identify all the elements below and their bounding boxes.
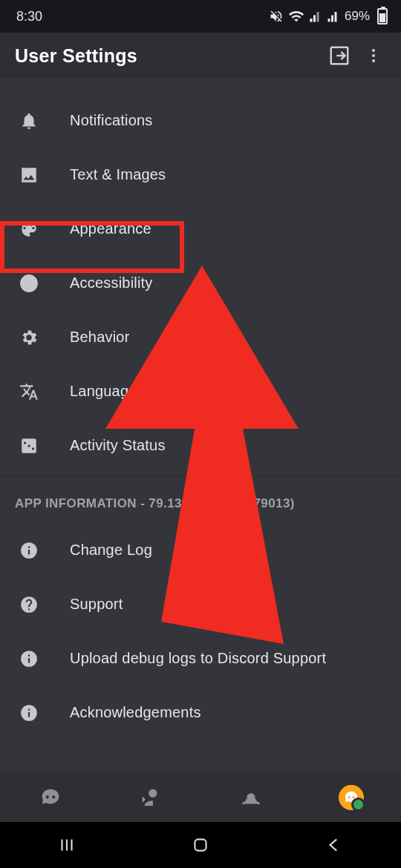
svg-point-1	[372, 49, 375, 52]
signal-2-icon	[327, 10, 340, 23]
sidebar-item-activity-status[interactable]: Activity Status	[0, 418, 401, 473]
sidebar-item-acknowledgements[interactable]: Acknowledgements	[0, 685, 401, 740]
nav-recents[interactable]	[22, 835, 111, 855]
info-icon	[15, 541, 43, 560]
row-label: Upload debug logs to Discord Support	[70, 650, 326, 667]
svg-rect-8	[195, 839, 206, 850]
more-icon[interactable]	[356, 39, 391, 73]
row-label: Text & Images	[70, 166, 166, 183]
row-label: Language	[70, 383, 137, 400]
row-label: Accessibility	[70, 274, 153, 292]
bell-icon	[15, 111, 43, 131]
page-title: User Settings	[15, 45, 322, 67]
avatar	[339, 785, 364, 810]
settings-header: User Settings	[0, 33, 401, 79]
svg-point-5	[27, 277, 30, 280]
accessibility-icon	[15, 274, 43, 293]
row-label: Behavior	[70, 329, 130, 346]
translate-icon	[15, 382, 43, 401]
tab-profile[interactable]	[301, 773, 401, 822]
row-label: Notifications	[70, 112, 153, 129]
sidebar-item-change-log[interactable]: Change Log	[0, 523, 401, 577]
nav-home[interactable]	[156, 835, 245, 855]
sidebar-item-behavior[interactable]: Behavior	[0, 310, 401, 364]
sidebar-item-voice-video[interactable]: Voice & Video	[0, 79, 401, 93]
sidebar-item-appearance[interactable]: Appearance	[0, 202, 401, 256]
info-icon	[15, 649, 43, 668]
svg-point-2	[372, 54, 375, 57]
svg-point-3	[372, 59, 375, 62]
signal-1-icon	[309, 10, 322, 23]
row-label: Appearance	[70, 220, 151, 237]
settings-body: Voice & Video Notifications Text & Image…	[0, 79, 401, 773]
mute-icon	[269, 9, 284, 24]
battery-percent: 69%	[345, 9, 370, 24]
battery-icon	[377, 8, 388, 24]
wifi-icon	[288, 8, 304, 24]
row-label: Support	[70, 596, 123, 613]
row-label: Change Log	[70, 542, 152, 559]
sidebar-item-support[interactable]: Support	[0, 577, 401, 631]
tab-home[interactable]	[0, 773, 100, 822]
nav-back[interactable]	[290, 835, 379, 855]
section-app-info: APP INFORMATION - 79.13 - STABLE (79013)	[0, 476, 401, 523]
tab-friends[interactable]	[100, 773, 200, 822]
bottom-tab-bar	[0, 773, 401, 822]
exit-icon[interactable]	[322, 39, 356, 73]
dice-icon	[15, 436, 43, 456]
sidebar-item-language[interactable]: Language	[0, 364, 401, 418]
android-navbar	[0, 822, 401, 868]
help-icon	[15, 595, 43, 614]
row-label: Activity Status	[70, 437, 166, 454]
sidebar-item-notifications[interactable]: Notifications	[0, 93, 401, 148]
status-bar: 8:30 69%	[0, 0, 401, 33]
info-icon	[15, 703, 43, 723]
tab-search[interactable]	[200, 773, 301, 822]
palette-icon	[15, 220, 43, 239]
image-icon	[15, 165, 43, 185]
status-icons: 69%	[269, 8, 388, 24]
sidebar-item-text-images[interactable]: Text & Images	[0, 148, 401, 202]
status-time: 8:30	[16, 9, 269, 24]
sidebar-item-accessibility[interactable]: Accessibility	[0, 256, 401, 310]
gear-icon	[15, 328, 43, 347]
row-label: Acknowledgements	[70, 704, 201, 721]
sidebar-item-upload-debug[interactable]: Upload debug logs to Discord Support	[0, 631, 401, 685]
settings-list: Voice & Video Notifications Text & Image…	[0, 79, 401, 740]
